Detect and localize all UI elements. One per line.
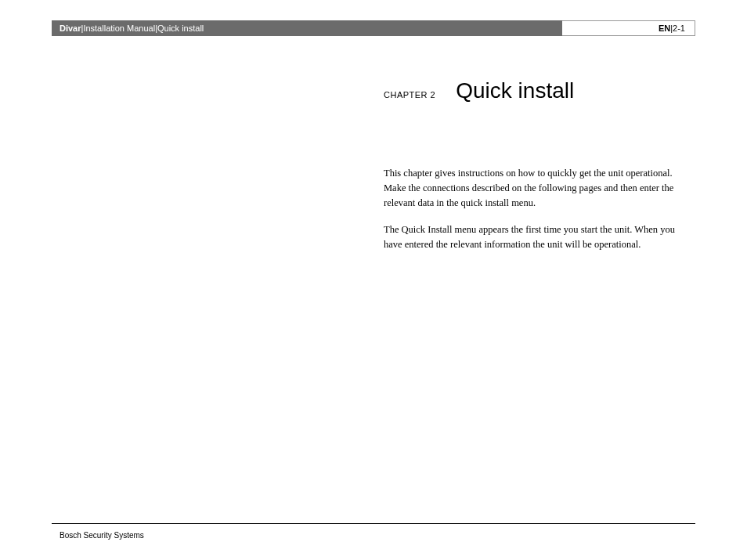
header-breadcrumb: Divar | Installation Manual | Quick inst… [52,20,562,36]
body-paragraph: This chapter gives instructions on how t… [384,166,692,210]
footer-rule [52,523,695,524]
page-header: Divar | Installation Manual | Quick inst… [52,20,695,36]
language-code: EN [659,23,670,33]
product-name: Divar [60,23,81,33]
footer-company: Bosch Security Systems [60,531,144,540]
section-name: Quick install [157,23,204,33]
doc-type: Installation Manual [83,23,155,33]
main-content: CHAPTER 2 Quick install This chapter giv… [384,78,692,265]
chapter-label: CHAPTER 2 [384,90,435,99]
chapter-heading: CHAPTER 2 Quick install [384,78,692,103]
body-paragraph: The Quick Install menu appears the first… [384,222,692,252]
header-page-info: EN | 2-1 [562,20,695,36]
chapter-title: Quick install [456,78,574,103]
page-number: 2-1 [673,23,685,33]
